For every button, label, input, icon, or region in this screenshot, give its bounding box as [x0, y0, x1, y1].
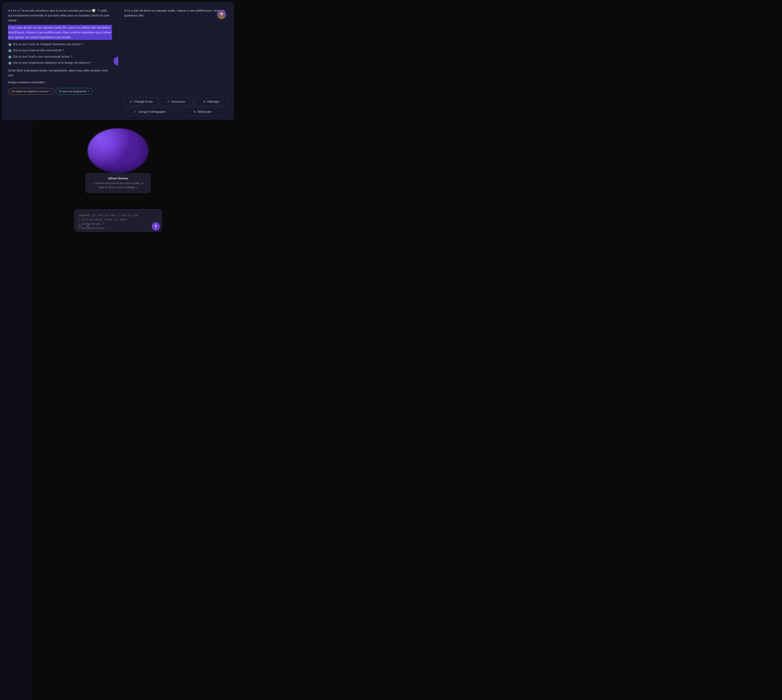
- list-text-4: Est-ce que l'expérience utilisateur et l…: [13, 60, 92, 65]
- correct-spelling-label: Corriger l'orthographe: [138, 110, 166, 113]
- send-icon: [154, 225, 158, 228]
- shorten-button[interactable]: ✂ Raccourcir: [160, 97, 193, 106]
- bottom-section: Ghost Genius « Donnez-moi tout ce que vo…: [0, 122, 236, 235]
- right-panel-text: Il n'y a pas de bons ou mauvais outils, …: [124, 8, 228, 18]
- list-item: ⚙️ Est-ce que l'outil est bien documenté…: [8, 48, 112, 53]
- input-area: [74, 209, 162, 233]
- action-row-1: 🖊 Changer le ton ✂ Raccourcir ⇔ Rallonge…: [124, 97, 228, 106]
- svg-point-3: [220, 12, 223, 15]
- list-text-1: Est-ce que l'outil va s'intégrer facilem…: [13, 42, 83, 47]
- list-item: ⚙️ Est-ce que l'expérience utilisateur e…: [8, 60, 112, 65]
- list-text-3: Est-ce que l'outil a une communauté acti…: [13, 54, 72, 59]
- history-button[interactable]: [77, 223, 82, 230]
- fade-overlay: [2, 104, 118, 120]
- svg-point-5: [155, 225, 156, 226]
- extend-label: Rallonger: [207, 100, 220, 103]
- closing-text2: longue aventure ensemble !: [8, 80, 112, 85]
- list-icon-3: ⚙️: [8, 55, 12, 59]
- tag-scheduled-close[interactable]: ✕: [88, 90, 90, 93]
- left-panel: Il y en a 7 et je suis convaincu que tu …: [2, 2, 118, 120]
- extend-button[interactable]: ⇔ Rallonger: [195, 97, 228, 106]
- ghost-genius-card: Ghost Genius « Donnez-moi tout ce que vo…: [85, 173, 151, 193]
- tag-scheduled: Ce post est programmé ✕: [56, 88, 93, 95]
- input-bottom-icons: [77, 223, 91, 230]
- left-panel-content: Il y en a 7 et je suis convaincu que tu …: [8, 8, 112, 85]
- change-tone-button[interactable]: 🖊 Changer le ton: [124, 97, 158, 106]
- tag-media: Un média est attaché à ce post ✕: [8, 88, 54, 95]
- link-icon: [86, 224, 90, 228]
- link-button[interactable]: [85, 223, 91, 230]
- ghost-genius-title: Ghost Genius: [91, 177, 146, 180]
- avatar: [217, 10, 226, 19]
- bottom-tags: Un média est attaché à ce post ✕ Ce post…: [8, 88, 112, 95]
- shorten-label: Raccourcir: [172, 100, 185, 103]
- send-button[interactable]: [152, 222, 160, 230]
- list-icon-2: ⚙️: [8, 48, 12, 53]
- action-row-2: ✓ Corriger l'orthographe ↻ Reformuler: [124, 108, 228, 116]
- intro-text: Il y en a 7 et je suis convaincu que tu …: [8, 8, 112, 23]
- list-text-2: Est-ce que l'outil est bien documenté ?: [13, 48, 64, 53]
- blob-container: [83, 126, 153, 175]
- ghost-genius-subtitle: « Donnez-moi tout ce que vous voulez, je…: [91, 181, 146, 190]
- closing-text: Si ton futur outil passe toutes ces ques…: [8, 68, 112, 78]
- list-item: ⚙️ Est-ce que l'outil a une communauté a…: [8, 54, 112, 59]
- list-icon-1: ⚙️: [8, 42, 12, 47]
- tag-media-label: Un média est attaché à ce post: [11, 90, 48, 93]
- scissors-icon: ✂: [167, 100, 170, 103]
- tag-scheduled-label: Ce post est programmé: [58, 90, 86, 93]
- extend-icon: ⇔: [203, 100, 206, 103]
- check-icon: ✓: [134, 110, 137, 113]
- correct-spelling-button[interactable]: ✓ Corriger l'orthographe: [124, 108, 175, 116]
- action-buttons: 🖊 Changer le ton ✂ Raccourcir ⇔ Rallonge…: [124, 97, 228, 116]
- main-card: Il y en a 7 et je suis convaincu que tu …: [2, 2, 234, 120]
- reformulate-label: Reformuler: [198, 110, 212, 113]
- purple-blob: [88, 128, 148, 173]
- avatar-container: [217, 10, 226, 19]
- change-tone-label: Changer le ton: [134, 100, 153, 103]
- avatar-svg: [217, 10, 226, 19]
- loop-icon: ↻: [193, 110, 196, 113]
- highlight-text: Il n'y a pas de bon ou de mauvais outils…: [8, 25, 112, 40]
- back-button[interactable]: ←: [113, 57, 118, 65]
- pen-icon: 🖊: [130, 100, 132, 103]
- list-item: ⚙️ Est-ce que l'outil va s'intégrer faci…: [8, 42, 112, 47]
- list-icon-4: ⚙️: [8, 61, 12, 65]
- right-panel: Il n'y a pas de bons ou mauvais outils, …: [118, 2, 234, 120]
- history-icon: [78, 224, 82, 228]
- reformulate-button[interactable]: ↻ Reformuler: [177, 108, 228, 116]
- tag-media-close[interactable]: ✕: [49, 90, 51, 93]
